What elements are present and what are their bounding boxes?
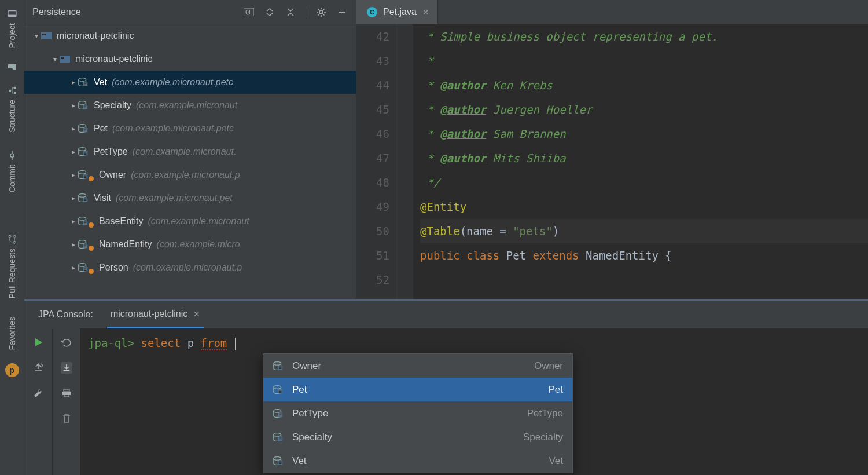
popup-item-type: Owner	[534, 360, 563, 372]
tree-module[interactable]: ▾ micronaut-petclinic	[24, 48, 356, 71]
entity-icon	[273, 432, 284, 443]
tree-entity-baseentity[interactable]: ▸BaseEntity(com.example.micronaut	[24, 210, 356, 233]
persistence-header: Persistence QL	[24, 0, 356, 24]
chevron-right-icon[interactable]: ▸	[69, 240, 78, 249]
svg-point-46	[274, 456, 281, 459]
popup-item-vet[interactable]: VetVet	[263, 449, 572, 473]
tree-entity-vet[interactable]: ▸Vet(com.example.micronaut.petc	[24, 71, 356, 94]
code-line[interactable]: * @author Sam Brannen	[420, 122, 868, 146]
tree-root[interactable]: ▾ micronaut-petclinic	[24, 24, 356, 48]
svg-point-29	[79, 217, 86, 220]
code-line[interactable]: * @author Mits Shiiba	[420, 146, 868, 170]
svg-point-38	[274, 361, 281, 364]
svg-rect-35	[64, 389, 69, 392]
folder-icon	[8, 63, 17, 72]
popup-item-type: Specialty	[523, 432, 563, 443]
code-line[interactable]: */	[420, 170, 868, 195]
tool-project[interactable]: Project	[8, 0, 17, 58]
chevron-right-icon[interactable]: ▸	[69, 78, 78, 86]
download-icon[interactable]	[61, 362, 72, 374]
tree-entity-specialty[interactable]: ▸Specialty(com.example.micronaut	[24, 94, 356, 117]
trash-icon[interactable]	[61, 413, 72, 425]
tree-entity-pet[interactable]: ▸Pet(com.example.micronaut.petc	[24, 117, 356, 140]
console-tab-petclinic[interactable]: micronaut-petclinic ✕	[107, 301, 204, 328]
svg-point-23	[79, 148, 86, 151]
entity-package: (com.example.micronaut.pet	[116, 193, 233, 203]
chevron-right-icon[interactable]: ▸	[69, 125, 78, 133]
popup-item-type: Pet	[548, 384, 563, 396]
tool-files[interactable]	[8, 58, 17, 76]
popup-item-label: Pet	[292, 384, 307, 396]
svg-rect-1	[8, 15, 16, 17]
chevron-right-icon[interactable]: ▸	[69, 264, 78, 272]
entity-name: PetType	[94, 147, 128, 157]
popup-item-pet[interactable]: PetPet	[263, 378, 572, 401]
collapse-all-icon[interactable]	[285, 6, 296, 18]
run-icon[interactable]	[32, 337, 44, 348]
badge-dot	[89, 269, 94, 274]
svg-point-44	[274, 433, 281, 436]
tool-pull-requests[interactable]: Pull Requests	[8, 225, 17, 308]
editor-tab-pet[interactable]: C Pet.java ✕	[356, 0, 438, 24]
code-line[interactable]: *	[420, 49, 868, 73]
console-tabs: JPA Console: micronaut-petclinic ✕	[24, 301, 868, 328]
export-icon[interactable]	[32, 362, 44, 374]
chevron-right-icon[interactable]: ▸	[69, 148, 78, 156]
chevron-right-icon[interactable]: ▸	[69, 171, 78, 179]
wrench-icon[interactable]	[32, 388, 44, 399]
chevron-right-icon[interactable]: ▸	[69, 194, 78, 202]
code-line[interactable]: * @author Juergen Hoeller	[420, 97, 868, 122]
code-body[interactable]: * Simple business object representing a …	[413, 24, 868, 299]
svg-point-8	[9, 235, 11, 237]
svg-point-27	[79, 194, 86, 197]
svg-rect-3	[14, 87, 16, 89]
entity-icon	[273, 385, 284, 395]
svg-rect-12	[339, 12, 345, 13]
badge-dot	[89, 246, 94, 251]
tool-label: Project	[8, 23, 17, 49]
tree-module-label: micronaut-petclinic	[75, 54, 152, 64]
tool-favorites[interactable]: Favorites	[8, 308, 17, 360]
code-line[interactable]	[420, 268, 868, 292]
entity-package: (com.example.micronaut.petc	[112, 123, 234, 134]
popup-item-owner[interactable]: OwnerOwner	[263, 354, 572, 378]
code-line[interactable]: @Table(name = "pets")	[420, 219, 868, 243]
entity-name: Vet	[94, 77, 107, 87]
popup-item-pettype[interactable]: PetTypePetType	[263, 401, 572, 425]
popup-item-specialty[interactable]: SpecialtySpecialty	[263, 425, 572, 449]
code-line[interactable]: * @author Ken Krebs	[420, 73, 868, 97]
console-tab-label: micronaut-petclinic	[111, 309, 187, 319]
tool-structure[interactable]: Structure	[8, 76, 17, 142]
entity-package: (com.example.micro	[157, 239, 240, 250]
tree-entity-pettype[interactable]: ▸PetType(com.example.micronaut.	[24, 140, 356, 163]
chevron-down-icon[interactable]: ▾	[32, 32, 41, 40]
minimize-icon[interactable]	[336, 6, 348, 18]
chevron-right-icon[interactable]: ▸	[69, 101, 78, 109]
print-icon[interactable]	[61, 388, 72, 399]
tree-entity-visit[interactable]: ▸Visit(com.example.micronaut.pet	[24, 187, 356, 210]
tool-commit[interactable]: Commit	[8, 141, 17, 202]
badge-dot	[89, 176, 94, 181]
tree-entity-namedentity[interactable]: ▸NamedEntity(com.example.micro	[24, 233, 356, 256]
persistence-tree: ▾ micronaut-petclinic ▾ micronaut-petcli…	[24, 24, 356, 299]
close-icon[interactable]: ✕	[422, 8, 429, 17]
code-line[interactable]: public class Pet extends NamedEntity {	[420, 243, 868, 268]
tree-entity-owner[interactable]: ▸Owner(com.example.micronaut.p	[24, 163, 356, 187]
code-line[interactable]: @Entity	[420, 195, 868, 219]
svg-point-17	[79, 78, 86, 81]
history-icon[interactable]	[61, 337, 72, 348]
entity-icon	[78, 193, 89, 203]
entity-icon	[78, 77, 89, 87]
entity-name: NamedEntity	[99, 239, 152, 250]
expand-all-icon[interactable]	[264, 6, 275, 18]
chevron-down-icon[interactable]: ▾	[51, 55, 59, 63]
tree-entity-person[interactable]: ▸Person(com.example.micronaut.p	[24, 256, 356, 279]
gear-icon[interactable]	[315, 6, 327, 18]
code-line[interactable]: * Simple business object representing a …	[420, 24, 868, 49]
gutter: 4243444546474849505152	[356, 24, 397, 299]
close-icon[interactable]: ✕	[193, 309, 200, 319]
avatar[interactable]: p	[5, 363, 19, 377]
chevron-right-icon[interactable]: ▸	[69, 217, 78, 225]
ql-icon[interactable]: QL	[243, 6, 255, 18]
svg-point-31	[79, 240, 86, 243]
